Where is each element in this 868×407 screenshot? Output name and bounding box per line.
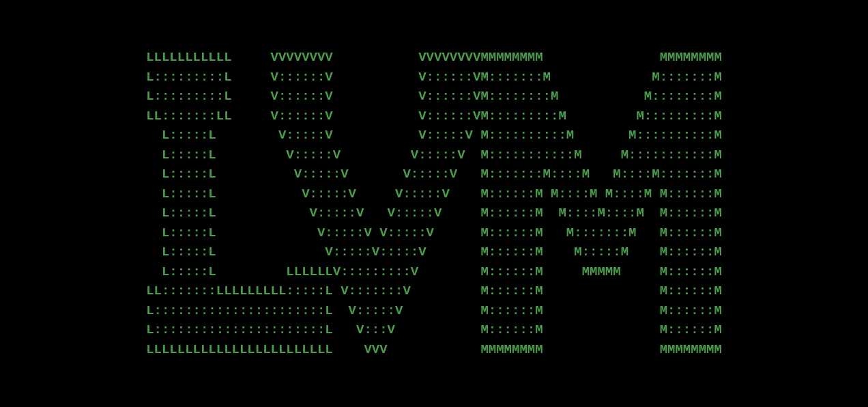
ascii-line: L:::::L V:::::V:::::V M::::::M M:::::M M… — [146, 244, 722, 259]
ascii-line: LLLLLLLLLLLLLLLLLLLLLLLL VVV MMMMMMMM MM… — [146, 342, 722, 357]
ascii-line: L:::::L LLLLLLV:::::::::V M::::::M MMMMM… — [146, 264, 722, 279]
ascii-line: L:::::::::L V::::::V V::::::VM::::::::M … — [146, 89, 722, 104]
ascii-line: L:::::L V:::::V V:::::V M:::::::M::::M M… — [146, 167, 722, 182]
ascii-line: L::::::::::::::::::::::L V:::::V M::::::… — [146, 303, 722, 318]
ascii-line: L:::::L V:::::V V:::::V M::::::::::M M::… — [146, 128, 722, 143]
ascii-line: L:::::::::L V::::::V V::::::VM:::::::M M… — [146, 70, 722, 85]
ascii-line: L::::::::::::::::::::::L V:::V M::::::M … — [146, 322, 722, 337]
ascii-line: L:::::L V:::::V V:::::V M:::::::::::M M:… — [146, 148, 722, 163]
ascii-line: LL:::::::LLLLLLLLL:::::L V:::::::V M::::… — [146, 283, 722, 298]
ascii-line: LL:::::::LL V::::::V V::::::VM:::::::::M… — [146, 109, 722, 124]
ascii-line: L:::::L V:::::V V:::::V M::::::M M::::M:… — [146, 206, 722, 221]
ascii-art-lvm: LLLLLLLLLLL VVVVVVVV VVVVVVVVMMMMMMMM MM… — [146, 48, 722, 359]
ascii-line: L:::::L V:::::V V:::::V M::::::M M::::::… — [146, 225, 722, 240]
ascii-line: LLLLLLLLLLL VVVVVVVV VVVVVVVVMMMMMMMM MM… — [146, 50, 722, 65]
ascii-line: L:::::L V:::::V V:::::V M::::::M M::::M … — [146, 186, 722, 201]
